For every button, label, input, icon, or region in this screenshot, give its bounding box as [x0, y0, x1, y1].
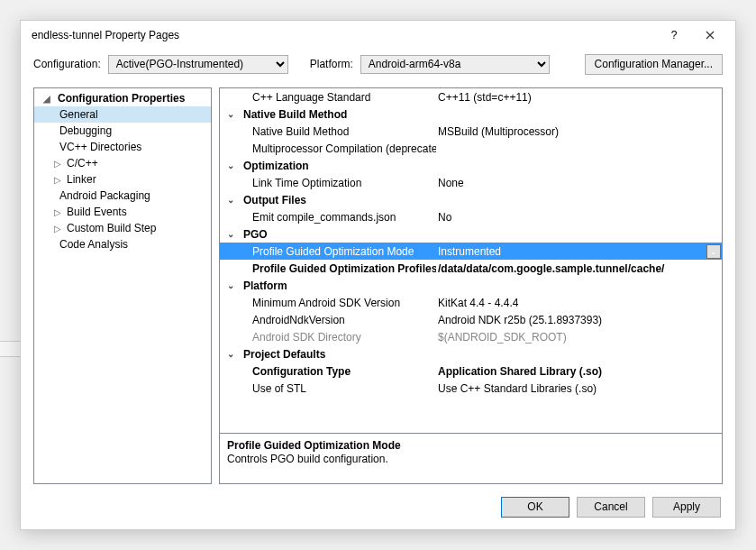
group-collapse-icon[interactable]: ⌄ — [220, 349, 241, 359]
cancel-button[interactable]: Cancel — [577, 497, 645, 518]
group-collapse-icon[interactable]: ⌄ — [220, 109, 241, 119]
tree-item-android-packaging[interactable]: Android Packaging — [34, 188, 211, 204]
property-value[interactable]: MSBuild (Multiprocessor) — [436, 125, 722, 138]
property-value-text: KitKat 4.4 - 4.4.4 — [438, 297, 518, 309]
property-value[interactable]: KitKat 4.4 - 4.4.4 — [436, 297, 722, 309]
platform-select[interactable]: Android-arm64-v8a — [360, 55, 550, 74]
tree-root[interactable]: ◢ Configuration Properties — [34, 90, 211, 106]
tree-item-build-events[interactable]: ▷Build Events — [34, 204, 211, 220]
property-row[interactable]: Minimum Android SDK VersionKitKat 4.4 - … — [220, 294, 722, 311]
configuration-label: Configuration: — [33, 58, 101, 70]
property-value[interactable]: C++11 (std=c++11) — [436, 91, 722, 104]
property-label: Native Build Method — [241, 125, 436, 138]
collapse-icon[interactable]: ◢ — [43, 94, 52, 104]
tree-item-label: Code Analysis — [59, 238, 128, 251]
property-value[interactable]: Use C++ Standard Libraries (.so) — [436, 382, 722, 395]
property-row[interactable]: Emit compile_commands.jsonNo — [220, 208, 722, 225]
property-grid-container: C++ Language StandardC++11 (std=c++11)⌄N… — [219, 87, 723, 484]
tree-item-label: VC++ Directories — [59, 141, 141, 153]
configuration-select[interactable]: Active(PGO-Instrumented) — [108, 55, 288, 74]
property-grid[interactable]: C++ Language StandardC++11 (std=c++11)⌄N… — [220, 88, 722, 433]
tree-item-label: Build Events — [67, 206, 127, 218]
tree-item-custom-build-step[interactable]: ▷Custom Build Step — [34, 220, 211, 236]
group-collapse-icon[interactable]: ⌄ — [220, 160, 241, 170]
property-label: Profile Guided Optimization Mode — [241, 245, 436, 258]
titlebar: endless-tunnel Property Pages ? — [21, 21, 735, 50]
dropdown-button[interactable]: ⌄ — [706, 244, 721, 259]
group-collapse-icon[interactable]: ⌄ — [220, 280, 241, 290]
property-row[interactable]: Link Time OptimizationNone — [220, 174, 722, 191]
property-label: Use of STL — [241, 382, 436, 395]
property-value-text: Android NDK r25b (25.1.8937393) — [438, 314, 602, 326]
property-value[interactable]: None — [436, 177, 722, 189]
tree-item-c-c-[interactable]: ▷C/C++ — [34, 155, 211, 171]
property-value[interactable]: $(ANDROID_SDK_ROOT) — [436, 331, 722, 344]
property-group[interactable]: ⌄Native Build Method — [220, 105, 722, 123]
group-collapse-icon[interactable]: ⌄ — [220, 229, 241, 239]
property-value-text: C++11 (std=c++11) — [438, 91, 532, 104]
property-label: Emit compile_commands.json — [241, 211, 436, 224]
close-icon — [706, 31, 715, 40]
configuration-row: Configuration: Active(PGO-Instrumented) … — [21, 50, 735, 84]
expand-icon[interactable]: ▷ — [54, 207, 63, 217]
navigation-tree[interactable]: ◢ Configuration Properties GeneralDebugg… — [33, 87, 212, 484]
property-group[interactable]: ⌄Project Defaults — [220, 345, 722, 362]
dialog-footer: OK Cancel Apply — [21, 484, 735, 529]
apply-button[interactable]: Apply — [652, 497, 721, 518]
property-row[interactable]: Use of STLUse C++ Standard Libraries (.s… — [220, 380, 722, 397]
property-label: Optimization — [241, 160, 436, 172]
ok-button[interactable]: OK — [501, 497, 569, 518]
tree-root-label: Configuration Properties — [58, 92, 185, 105]
property-row[interactable]: Native Build MethodMSBuild (Multiprocess… — [220, 123, 722, 140]
tree-item-vc-directories[interactable]: VC++ Directories — [34, 139, 211, 155]
right-pane: C++ Language StandardC++11 (std=c++11)⌄N… — [219, 87, 723, 484]
property-label: Configuration Type — [241, 365, 436, 378]
tree-item-label: Debugging — [59, 124, 112, 137]
property-group[interactable]: ⌄Optimization — [220, 157, 722, 174]
close-button[interactable] — [692, 23, 728, 48]
property-group[interactable]: ⌄Platform — [220, 277, 722, 294]
property-value[interactable]: /data/data/com.google.sample.tunnel/cach… — [436, 262, 722, 275]
property-value-text: None — [438, 177, 464, 189]
description-body: Controls PGO build configuration. — [227, 453, 715, 465]
property-row[interactable]: AndroidNdkVersionAndroid NDK r25b (25.1.… — [220, 311, 722, 328]
property-row[interactable]: Multiprocessor Compilation (deprecated) — [220, 140, 722, 157]
property-label: Project Defaults — [241, 348, 436, 361]
property-value-text: $(ANDROID_SDK_ROOT) — [438, 331, 567, 344]
expand-icon[interactable]: ▷ — [54, 224, 63, 234]
property-row[interactable]: Android SDK Directory$(ANDROID_SDK_ROOT) — [220, 328, 722, 345]
property-label: Profile Guided Optimization Profiles — [241, 262, 436, 275]
property-group[interactable]: ⌄Output Files — [220, 191, 722, 208]
configuration-manager-button[interactable]: Configuration Manager... — [585, 54, 723, 75]
property-row[interactable]: Profile Guided Optimization ModeInstrume… — [220, 243, 722, 260]
property-group[interactable]: ⌄PGO — [220, 225, 722, 243]
window-title: endless-tunnel Property Pages — [32, 29, 656, 41]
property-label: AndroidNdkVersion — [241, 314, 436, 326]
property-value[interactable]: Android NDK r25b (25.1.8937393) — [436, 314, 722, 326]
help-button[interactable]: ? — [656, 23, 692, 48]
property-row[interactable]: C++ Language StandardC++11 (std=c++11) — [220, 88, 722, 105]
property-row[interactable]: Profile Guided Optimization Profiles/dat… — [220, 260, 722, 277]
tree-item-label: C/C++ — [67, 157, 98, 170]
property-value-text: /data/data/com.google.sample.tunnel/cach… — [438, 262, 664, 275]
tree-item-debugging[interactable]: Debugging — [34, 123, 211, 139]
property-row[interactable]: Configuration TypeApplication Shared Lib… — [220, 362, 722, 380]
property-label: C++ Language Standard — [241, 91, 436, 104]
expand-icon[interactable]: ▷ — [54, 175, 63, 185]
property-value-text: Use C++ Standard Libraries (.so) — [438, 382, 597, 395]
property-value-text: Instrumented — [438, 245, 501, 258]
property-value[interactable]: Instrumented⌄ — [436, 244, 722, 259]
tree-item-general[interactable]: General — [34, 106, 211, 123]
property-value[interactable]: No — [436, 211, 722, 224]
property-value-text: MSBuild (Multiprocessor) — [438, 125, 559, 138]
property-value[interactable]: Application Shared Library (.so) — [436, 365, 722, 378]
tree-item-label: Android Packaging — [59, 189, 150, 202]
group-collapse-icon[interactable]: ⌄ — [220, 195, 241, 205]
description-pane: Profile Guided Optimization Mode Control… — [220, 433, 722, 483]
tree-item-linker[interactable]: ▷Linker — [34, 171, 211, 188]
property-label: PGO — [241, 228, 436, 241]
property-label: Native Build Method — [241, 108, 436, 121]
expand-icon[interactable]: ▷ — [54, 159, 63, 169]
tree-item-code-analysis[interactable]: Code Analysis — [34, 236, 211, 252]
property-value-text: No — [438, 211, 451, 224]
